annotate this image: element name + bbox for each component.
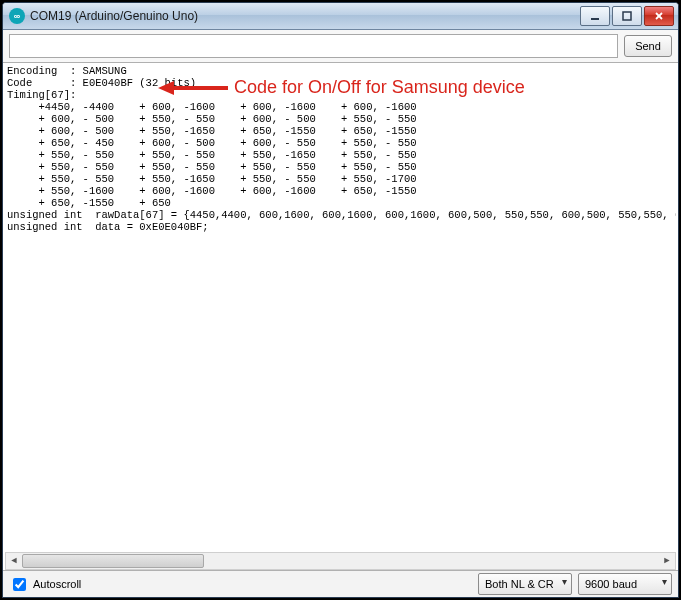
scroll-right-icon[interactable]: ► xyxy=(659,553,675,567)
line-ending-value: Both NL & CR xyxy=(485,578,554,590)
horizontal-scrollbar[interactable]: ◄ ► xyxy=(5,552,676,570)
serial-input[interactable] xyxy=(9,34,618,58)
line-ending-select[interactable]: Both NL & CR xyxy=(478,573,572,595)
baud-select[interactable]: 9600 baud xyxy=(578,573,672,595)
autoscroll-checkbox[interactable]: Autoscroll xyxy=(9,575,81,594)
serial-monitor-window: ∞ COM19 (Arduino/Genuino Uno) Send Encod… xyxy=(2,2,679,598)
svg-rect-1 xyxy=(623,12,631,20)
send-button[interactable]: Send xyxy=(624,35,672,57)
close-button[interactable] xyxy=(644,6,674,26)
baud-value: 9600 baud xyxy=(585,578,637,590)
serial-output: Encoding : SAMSUNG Code : E0E040BF (32 b… xyxy=(5,63,676,552)
scroll-left-icon[interactable]: ◄ xyxy=(6,553,22,567)
window-controls xyxy=(578,6,674,26)
autoscroll-label: Autoscroll xyxy=(33,578,81,590)
bottom-bar: Autoscroll Both NL & CR 9600 baud xyxy=(3,570,678,597)
autoscroll-input[interactable] xyxy=(13,578,26,591)
app-icon: ∞ xyxy=(9,8,25,24)
scrollbar-thumb[interactable] xyxy=(22,554,204,568)
minimize-button[interactable] xyxy=(580,6,610,26)
window-title: COM19 (Arduino/Genuino Uno) xyxy=(30,9,578,23)
maximize-button[interactable] xyxy=(612,6,642,26)
content-area: Encoding : SAMSUNG Code : E0E040BF (32 b… xyxy=(3,63,678,570)
send-row: Send xyxy=(3,30,678,63)
titlebar[interactable]: ∞ COM19 (Arduino/Genuino Uno) xyxy=(3,3,678,30)
